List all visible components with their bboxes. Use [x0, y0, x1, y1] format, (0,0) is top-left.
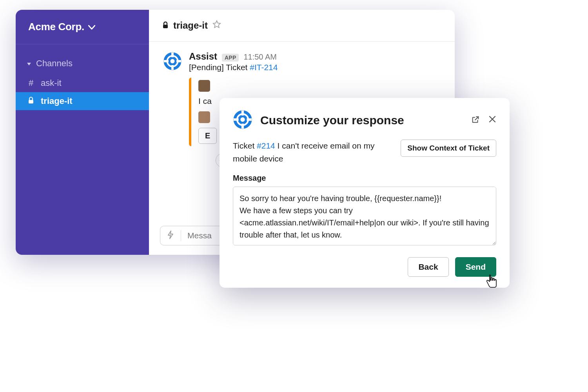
channels-header[interactable]: Channels: [16, 56, 149, 74]
svg-rect-13: [241, 111, 244, 116]
message-status: [Pending] Ticket: [189, 63, 250, 72]
assist-app-icon: [233, 110, 252, 131]
channel-header[interactable]: triage-it: [149, 10, 455, 42]
message-field-label: Message: [233, 174, 496, 183]
chevron-down-icon: [88, 24, 95, 31]
avatar: [198, 111, 210, 123]
message-text: [Pending] Ticket #IT-214: [189, 63, 441, 72]
lock-icon: [27, 96, 35, 106]
channel-label: ask-it: [41, 78, 62, 88]
channels-section: Channels # ask-it triage-it: [16, 44, 149, 110]
customize-response-modal: Customize your response Ticket #214 I ca…: [220, 98, 510, 288]
app-badge: APP: [222, 54, 239, 62]
back-button[interactable]: Back: [408, 257, 448, 277]
svg-rect-5: [171, 65, 174, 70]
message-textarea[interactable]: [233, 187, 496, 245]
svg-rect-16: [247, 118, 252, 121]
message-attachment: I ca E: [189, 78, 220, 146]
svg-point-12: [239, 116, 246, 123]
svg-rect-4: [171, 53, 174, 57]
workspace-name: Acme Corp.: [28, 21, 84, 33]
svg-point-3: [169, 58, 176, 65]
message-timestamp: 11:50 AM: [243, 53, 277, 62]
attachment-text: I ca: [198, 96, 220, 106]
modal-title: Customize your response: [260, 114, 463, 127]
star-icon[interactable]: [212, 20, 221, 31]
send-button[interactable]: Send: [455, 257, 496, 277]
participants-row: [198, 111, 220, 123]
lightning-icon[interactable]: [167, 230, 174, 241]
svg-rect-7: [176, 60, 181, 62]
divider: [181, 230, 181, 241]
channel-label: triage-it: [41, 96, 73, 106]
message-author: Assist: [189, 51, 217, 62]
lock-icon: [162, 20, 169, 31]
svg-rect-1: [163, 25, 168, 28]
svg-rect-0: [29, 100, 33, 103]
channel-title: triage-it: [173, 20, 208, 31]
hash-icon: #: [27, 78, 35, 88]
svg-rect-15: [234, 118, 239, 121]
ticket-summary: Ticket #214 I can't receive email on my …: [233, 140, 393, 165]
attachment-action-button[interactable]: E: [198, 128, 217, 144]
show-context-button[interactable]: Show Context of Ticket: [401, 140, 496, 157]
sidebar-item-triage-it[interactable]: triage-it: [16, 92, 149, 110]
channels-label: Channels: [36, 58, 73, 69]
participants-row: [198, 80, 220, 92]
workspace-switcher[interactable]: Acme Corp.: [16, 10, 149, 44]
ticket-link[interactable]: #IT-214: [250, 63, 278, 72]
sidebar-item-ask-it[interactable]: # ask-it: [16, 74, 149, 92]
svg-rect-6: [164, 60, 169, 62]
svg-rect-14: [241, 123, 244, 129]
sidebar: Acme Corp. Channels # ask-it triage-it: [16, 10, 149, 255]
assist-app-icon: [162, 51, 183, 71]
ticket-link[interactable]: #214: [257, 141, 275, 150]
ticket-label: Ticket: [233, 141, 257, 150]
caret-down-icon: [27, 58, 32, 69]
avatar: [198, 80, 210, 92]
close-icon[interactable]: [488, 115, 496, 125]
open-external-icon[interactable]: [471, 115, 480, 125]
